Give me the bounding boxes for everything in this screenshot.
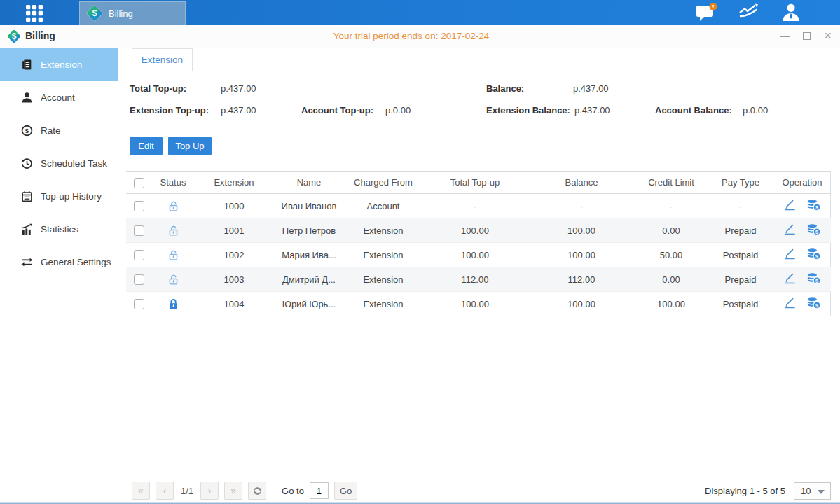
edit-row-icon[interactable] (783, 297, 797, 311)
name-cell: Петр Петров (273, 218, 345, 243)
extension-cell: 1003 (195, 267, 273, 292)
row-checkbox[interactable] (134, 250, 144, 260)
first-page-icon[interactable]: « (132, 482, 150, 500)
sidebar-item-account[interactable]: Account (0, 81, 118, 114)
edit-row-icon[interactable] (783, 223, 797, 237)
sidebar-item-statistics[interactable]: Statistics (0, 213, 118, 246)
top-up-row-icon[interactable]: $ (806, 272, 821, 287)
tab-extension-label: Extension (142, 55, 183, 65)
balance-cell: 100.00 (528, 243, 635, 267)
apps-grid-icon[interactable] (26, 5, 47, 20)
credit-limit-cell: - (635, 194, 708, 218)
extension-cell: 1000 (195, 194, 273, 218)
svg-text:$: $ (25, 127, 29, 134)
total-top-up-cell: - (422, 194, 528, 218)
ledger-icon (21, 59, 33, 71)
next-page-icon[interactable]: › (200, 482, 219, 500)
sidebar-item-scheduled-task[interactable]: Scheduled Task (0, 147, 118, 180)
edit-button[interactable]: Edit (130, 136, 163, 155)
sidebar-item-general-settings[interactable]: General Settings (0, 246, 118, 279)
column-header: Credit Limit (635, 172, 708, 194)
extension-top-up-value: p.437.00 (221, 105, 256, 115)
total-top-up-cell: 100.00 (422, 292, 528, 316)
select-all-checkbox[interactable] (134, 178, 144, 188)
close-icon[interactable]: × (824, 32, 832, 40)
refresh-icon[interactable] (248, 482, 266, 500)
status-cell (151, 218, 195, 243)
operation-cell: $ (773, 194, 831, 218)
trial-message: Your trial period ends on: 2017-02-24 (333, 24, 489, 48)
charged-from-cell: Extension (345, 243, 422, 267)
pay-type-cell: Postpaid (708, 292, 773, 316)
operation-cell: $ (773, 218, 831, 243)
sidebar-item-label: Top-up History (41, 191, 102, 202)
select-all-cell (126, 172, 151, 194)
balance-label: Balance: (486, 83, 524, 94)
edit-row-icon[interactable] (783, 248, 797, 262)
edit-row-icon[interactable] (783, 272, 797, 286)
status-cell (151, 194, 195, 218)
top-up-row-icon[interactable]: $ (806, 223, 821, 238)
clock-history-icon (21, 158, 33, 169)
balance-cell: 100.00 (528, 218, 635, 243)
operation-cell: $ (773, 267, 831, 292)
sidebar-item-rate[interactable]: $Rate (0, 114, 118, 147)
extension-top-up-label: Extension Top-up: (130, 105, 209, 115)
goto-page-input[interactable] (310, 482, 329, 499)
row-checkbox[interactable] (134, 225, 144, 236)
go-button[interactable]: Go (334, 482, 357, 500)
balance-summary: Total Top-up: p.437.00 Balance: p.437.00… (118, 71, 840, 145)
sidebar-item-label: General Settings (41, 257, 111, 267)
name-cell: Дмитрий Д... (273, 267, 345, 292)
status-cell (151, 243, 195, 267)
top-up-button[interactable]: Top Up (168, 136, 212, 155)
prev-page-icon[interactable]: ‹ (156, 482, 174, 500)
top-up-row-icon[interactable]: $ (806, 297, 821, 312)
app-tab-label: Billing (109, 8, 133, 19)
user-account-icon[interactable] (780, 3, 804, 22)
table-row: 1002Мария Ива...Extension100.00100.0050.… (126, 243, 831, 267)
top-up-row-icon[interactable]: $ (806, 248, 821, 262)
minimize-icon[interactable] (780, 36, 790, 37)
maximize-icon[interactable] (803, 32, 811, 40)
credit-limit-cell: 50.00 (635, 243, 708, 267)
page-size-select[interactable]: 10 (794, 482, 831, 500)
edit-row-icon[interactable] (783, 199, 797, 213)
balance-cell: - (528, 194, 635, 218)
main-content: Extension Total Top-up: p.437.00 Balance… (118, 48, 840, 502)
column-header: Pay Type (708, 172, 773, 194)
table-row: 1004Юрий Юрь...Extension100.00100.00100.… (126, 292, 831, 316)
window-title-bar: Billing Your trial period ends on: 2017-… (0, 24, 840, 48)
extension-cell: 1004 (195, 292, 273, 316)
total-top-up-value: p.437.00 (221, 83, 256, 94)
page-size-value: 10 (801, 486, 811, 496)
statistics-icon (21, 223, 33, 235)
messages-icon[interactable]: ! (696, 3, 719, 22)
balance-cell: 100.00 (528, 292, 635, 316)
extension-table: StatusExtensionNameCharged FromTotal Top… (126, 171, 831, 316)
reports-chart-icon[interactable] (738, 3, 762, 22)
account-balance-value: p.0.00 (743, 105, 768, 115)
credit-limit-cell: 100.00 (635, 292, 708, 316)
sidebar-item-top-up-history[interactable]: Top-up History (0, 180, 118, 213)
last-page-icon[interactable]: » (224, 482, 242, 500)
table-row: 1000Иван ИвановAccount----$ (126, 194, 831, 218)
top-up-row-icon[interactable]: $ (806, 199, 821, 214)
table-header-row: StatusExtensionNameCharged FromTotal Top… (126, 172, 831, 194)
balance-value: p.437.00 (573, 83, 609, 94)
name-cell: Юрий Юрь... (273, 292, 345, 316)
app-tab-billing[interactable]: Billing (79, 1, 186, 24)
tab-strip: Extension (118, 48, 840, 71)
checkbox-cell (126, 243, 151, 267)
row-checkbox[interactable] (134, 201, 144, 211)
extension-cell: 1002 (195, 243, 273, 267)
row-checkbox[interactable] (134, 274, 144, 285)
row-checkbox[interactable] (134, 299, 144, 309)
sidebar-item-extension[interactable]: Extension (0, 48, 118, 81)
checkbox-cell (126, 194, 151, 218)
column-header: Charged From (345, 172, 422, 194)
tab-extension[interactable]: Extension (132, 48, 193, 71)
column-header: Balance (528, 172, 635, 194)
sidebar-item-label: Scheduled Task (41, 158, 107, 169)
goto-label: Go to (282, 486, 304, 496)
